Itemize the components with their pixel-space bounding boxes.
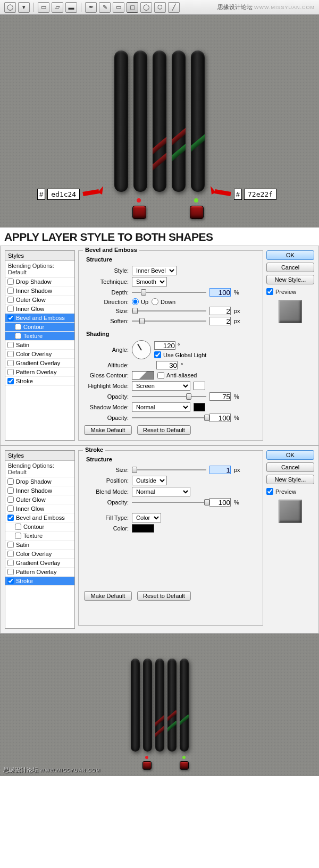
preview-thumbnail xyxy=(279,500,302,523)
fx-color-overlay[interactable]: Color Overlay xyxy=(5,550,74,559)
stroke-position-select[interactable]: Outside xyxy=(132,476,167,485)
fill-mode-icon[interactable]: ▬ xyxy=(65,2,77,13)
fx-texture[interactable]: Texture xyxy=(5,532,74,541)
size-input[interactable] xyxy=(209,307,231,315)
stroke-opacity-slider[interactable] xyxy=(132,499,206,506)
fx-outer-glow[interactable]: Outer Glow xyxy=(5,495,74,504)
stroke-size-slider[interactable] xyxy=(132,466,206,474)
red-square-1 xyxy=(132,206,146,219)
fx-satin[interactable]: Satin xyxy=(5,541,74,550)
fx-inner-glow[interactable]: Inner Glow xyxy=(5,504,74,513)
red-dot xyxy=(137,198,141,203)
bevel-style-select[interactable]: Inner Bevel xyxy=(132,266,177,275)
fx-bevel-emboss[interactable]: Bevel and Emboss xyxy=(5,314,74,323)
fx-satin[interactable]: Satin xyxy=(5,341,74,350)
dir-down[interactable]: Down xyxy=(152,298,175,305)
soften-input[interactable] xyxy=(209,317,231,325)
reset-default-button[interactable]: Reset to Default xyxy=(137,425,191,435)
stroke-color-swatch[interactable] xyxy=(132,524,154,533)
blending-options[interactable]: Blending Options: Default xyxy=(5,461,74,477)
fx-gradient-overlay[interactable]: Gradient Overlay xyxy=(5,359,74,368)
dialog-right-column: OK Cancel New Style... Preview xyxy=(266,250,314,441)
stroke-size-input[interactable] xyxy=(209,466,231,474)
fx-stroke[interactable]: Stroke xyxy=(5,377,74,386)
shadow-color[interactable] xyxy=(194,403,205,411)
fx-drop-shadow[interactable]: Drop Shadow xyxy=(5,477,74,486)
blending-options[interactable]: Blending Options: Default xyxy=(5,261,74,277)
ellipse-icon[interactable]: ◯ xyxy=(140,2,152,13)
preview-checkbox[interactable]: Preview xyxy=(266,288,314,295)
rounded-rectangle-icon[interactable]: ▢ xyxy=(127,2,138,13)
new-style-button[interactable]: New Style... xyxy=(266,275,314,284)
ok-button[interactable]: OK xyxy=(266,450,314,460)
bar-4 xyxy=(172,50,186,192)
reset-default-button[interactable]: Reset to Default xyxy=(137,591,191,601)
angle-input[interactable] xyxy=(154,341,175,350)
sh-opacity-input[interactable] xyxy=(209,414,231,422)
fx-pattern-overlay[interactable]: Pattern Overlay xyxy=(5,368,74,377)
line-icon[interactable]: ╱ xyxy=(168,2,180,13)
path-mode-icon[interactable]: ▭ xyxy=(38,2,49,13)
altitude-input[interactable] xyxy=(156,361,178,369)
preview-checkbox[interactable]: Preview xyxy=(266,488,314,495)
fx-inner-shadow[interactable]: Inner Shadow xyxy=(5,286,74,296)
canvas-preview-2: 思缘设计论坛 WWW.MISSYUAN.COM xyxy=(0,634,319,776)
highlight-color[interactable] xyxy=(194,382,205,390)
fx-drop-shadow[interactable]: Drop Shadow xyxy=(5,277,74,286)
use-global-light[interactable]: Use Global Light xyxy=(154,351,206,358)
cancel-button[interactable]: Cancel xyxy=(266,462,314,472)
bevel-technique-select[interactable]: Smooth xyxy=(132,277,167,286)
rectangle-icon[interactable]: ▭ xyxy=(113,2,124,13)
watermark-text: 思缘设计论坛 WWW.MISSYUAN.COM xyxy=(217,3,315,11)
style-list: Styles Blending Options: Default Drop Sh… xyxy=(5,450,75,629)
shadow-mode-select[interactable]: Normal xyxy=(132,402,190,412)
ok-button[interactable]: OK xyxy=(266,250,314,260)
bar-3 xyxy=(153,50,166,192)
callout-green: #72e22f xyxy=(211,186,276,202)
fx-color-overlay[interactable]: Color Overlay xyxy=(5,350,74,359)
fx-contour[interactable]: Contour xyxy=(5,323,74,332)
cancel-button[interactable]: Cancel xyxy=(266,263,314,272)
green-dot-sm xyxy=(182,756,186,759)
fx-stroke[interactable]: Stroke xyxy=(5,577,74,586)
fx-outer-glow[interactable]: Outer Glow xyxy=(5,296,74,305)
fx-bevel-emboss[interactable]: Bevel and Emboss xyxy=(5,513,74,523)
fx-gradient-overlay[interactable]: Gradient Overlay xyxy=(5,559,74,568)
shape-tool-icon[interactable]: ◯ xyxy=(4,2,16,13)
depth-slider[interactable] xyxy=(132,289,206,296)
stroke-blend-select[interactable]: Normal xyxy=(132,487,190,496)
sh-opacity-slider[interactable] xyxy=(132,414,206,422)
anti-aliased[interactable]: Anti-aliased xyxy=(157,372,197,379)
make-default-button[interactable]: Make Default xyxy=(84,425,132,435)
hl-opacity-input[interactable] xyxy=(209,392,231,401)
red-square-sm-2 xyxy=(180,761,189,770)
stroke-opacity-input[interactable] xyxy=(209,498,231,507)
layer-style-dialog-bevel: Styles Blending Options: Default Drop Sh… xyxy=(0,246,319,445)
sbar-3 xyxy=(155,659,164,752)
fx-pattern-overlay[interactable]: Pattern Overlay xyxy=(5,568,74,577)
fx-inner-glow[interactable]: Inner Glow xyxy=(5,305,74,314)
dir-up[interactable]: Up xyxy=(132,298,148,305)
size-slider[interactable] xyxy=(132,307,206,315)
style-list-header: Styles xyxy=(5,251,74,261)
hl-opacity-slider[interactable] xyxy=(132,393,206,400)
sbar-4 xyxy=(167,659,177,752)
make-default-button[interactable]: Make Default xyxy=(84,591,132,601)
soften-slider[interactable] xyxy=(132,317,206,325)
fx-contour[interactable]: Contour xyxy=(5,523,74,532)
angle-dial[interactable] xyxy=(132,340,151,359)
stroke-filltype-select[interactable]: Color xyxy=(132,513,161,523)
gloss-contour-picker[interactable] xyxy=(132,371,154,380)
fx-texture[interactable]: Texture xyxy=(5,332,74,341)
dropdown-icon[interactable]: ▾ xyxy=(18,2,30,13)
new-style-button[interactable]: New Style... xyxy=(266,475,314,484)
shape-mode-icon[interactable]: ▱ xyxy=(52,2,63,13)
highlight-mode-select[interactable]: Screen xyxy=(132,381,190,391)
green-dot xyxy=(194,198,198,203)
freeform-pen-icon[interactable]: ✎ xyxy=(99,2,111,13)
layer-style-dialog-stroke: Styles Blending Options: Default Drop Sh… xyxy=(0,445,319,634)
depth-input[interactable] xyxy=(209,288,231,297)
pen-icon[interactable]: ✒ xyxy=(85,2,97,13)
polygon-icon[interactable]: ⬡ xyxy=(154,2,166,13)
fx-inner-shadow[interactable]: Inner Shadow xyxy=(5,486,74,495)
